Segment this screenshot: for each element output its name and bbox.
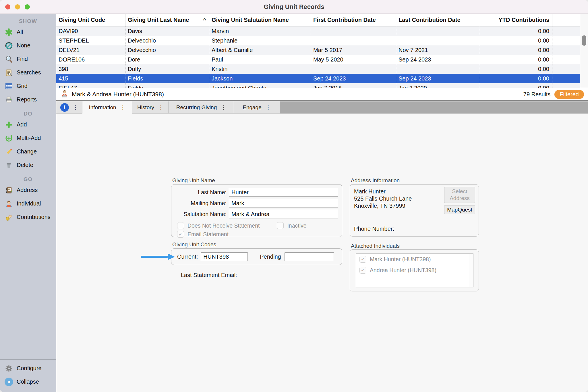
pointer-arrow-icon [141, 253, 175, 261]
cell-first-date [311, 64, 396, 74]
sidebar-item-individual[interactable]: Individual [0, 197, 56, 210]
sidebar-item-searches[interactable]: Searches [0, 66, 56, 79]
sidebar-item-change[interactable]: Change [0, 145, 56, 158]
none-icon [4, 41, 14, 51]
cell-ytd: 0.00 [480, 74, 552, 83]
sidebar-item-all[interactable]: All [0, 25, 56, 39]
tab-menu-icon[interactable]: ⋮ [221, 104, 226, 111]
cell-spacer [552, 64, 580, 74]
record-name: Mark & Andrea Hunter (HUNT398) [72, 91, 164, 98]
cell-salutation: Jonathan and Charity [209, 83, 311, 88]
group-address-information: Mark Hunter 525 Falls Church Lane Knoxvi… [350, 184, 479, 237]
sort-ascending-icon: ^ [203, 14, 206, 26]
select-address-button[interactable]: Select Address [444, 187, 475, 203]
column-header-first-contribution-date[interactable]: First Contribution Date [311, 14, 396, 26]
tab-menu-icon[interactable]: ⋮ [266, 104, 271, 111]
check-icon: ✓ [178, 231, 183, 237]
sidebar-item-find[interactable]: Find [0, 52, 56, 66]
tab-menu-icon[interactable]: ⋮ [120, 104, 126, 111]
group-label-giving-unit-name: Giving Unit Name [172, 177, 215, 184]
cell-ytd: 0.00 [480, 83, 552, 88]
tab-information[interactable]: Information ⋮ [82, 101, 132, 114]
does-not-receive-statement-label: Does Not Receive Statement [187, 222, 260, 229]
cell-first-date: May 5 2020 [311, 55, 396, 64]
attached-individual-checkbox[interactable]: ✓ [359, 256, 366, 263]
current-code-field[interactable] [201, 252, 248, 261]
sidebar-item-add[interactable]: Add [0, 118, 56, 131]
does-not-receive-statement-checkbox[interactable] [177, 222, 184, 229]
last-name-label: Last Name: [175, 189, 227, 196]
printer-icon [4, 95, 14, 105]
column-header-giving-unit-last-name[interactable]: ^Giving Unit Last Name [125, 14, 209, 26]
table-row[interactable]: DAVI90 Davis Marvin 0.00 [56, 26, 580, 36]
mailing-name-field[interactable] [229, 199, 338, 207]
table-row[interactable]: STEPHDEL Delvecchio Stephanie 0.00 [56, 36, 580, 45]
cell-code: 398 [56, 64, 125, 74]
table-row[interactable]: DORE106 Dore Paul May 5 2020 Sep 24 2023… [56, 55, 580, 64]
sidebar-item-grid[interactable]: Grid [0, 79, 56, 93]
tab-history[interactable]: History ⋮ [132, 101, 169, 114]
sidebar-item-label: Searches [17, 69, 41, 76]
column-header-ytd-contributions[interactable]: YTD Contributions [480, 14, 552, 26]
tab-recurring-giving[interactable]: Recurring Giving ⋮ [169, 101, 234, 114]
sidebar-item-contributions[interactable]: Contributions [0, 210, 56, 224]
tab-engage[interactable]: Engage ⋮ [234, 101, 280, 114]
table-scrollbar[interactable] [580, 14, 588, 88]
sidebar-item-address[interactable]: Address [0, 183, 56, 197]
table-row-selected[interactable]: 415 Fields Jackson Sep 24 2023 Sep 24 20… [56, 74, 580, 83]
tab-menu-icon[interactable]: ⋮ [158, 104, 164, 111]
sidebar-item-none[interactable]: None [0, 39, 56, 52]
tab-bar-filler [280, 101, 588, 114]
attached-individual-label: Mark Hunter (HUNT398) [370, 256, 431, 263]
attached-list-scrollbar[interactable] [468, 254, 473, 287]
cell-spacer [552, 36, 580, 45]
cell-salutation: Albert & Camille [209, 45, 311, 55]
filtered-badge[interactable]: Filtered [554, 90, 584, 99]
column-header-last-contribution-date[interactable]: Last Contribution Date [396, 14, 480, 26]
sidebar-item-delete[interactable]: Delete [0, 158, 56, 172]
salutation-name-field[interactable] [229, 210, 338, 218]
pending-code-field[interactable] [285, 252, 334, 261]
last-name-field[interactable] [229, 188, 338, 197]
email-statement-checkbox[interactable]: ✓ [177, 231, 184, 238]
sidebar-item-label: Individual [17, 200, 41, 207]
inactive-checkbox[interactable] [277, 222, 284, 229]
table-row[interactable]: 398 Duffy Kristin 0.00 [56, 64, 580, 74]
sidebar-item-multi-add[interactable]: Multi-Add [0, 131, 56, 145]
column-header-salutation-name[interactable]: Giving Unit Salutation Name [209, 14, 311, 26]
attached-individual-row[interactable]: ✓ Andrea Hunter (HUNT398) [356, 265, 473, 276]
sidebar-item-collapse[interactable]: « Collapse [0, 375, 56, 389]
current-code-label: Current: [177, 253, 198, 260]
table-row[interactable]: DELV21 Delvecchio Albert & Camille Mar 5… [56, 45, 580, 55]
cell-last-date [396, 64, 480, 74]
attached-individual-checkbox[interactable]: ✓ [359, 267, 366, 274]
group-label-address-information: Address Information [351, 177, 400, 184]
sidebar-item-label: Grid [17, 83, 28, 89]
column-header-giving-unit-code[interactable]: Giving Unit Code [56, 14, 125, 26]
info-icon[interactable]: i [60, 103, 69, 112]
check-icon: ✓ [361, 256, 365, 262]
table-row[interactable]: FIEL47 Fields Jonathan and Charity Jan 7… [56, 83, 580, 88]
attached-individuals-list: ✓ Mark Hunter (HUNT398) ✓ Andrea Hunter … [356, 253, 473, 287]
sidebar-item-label: Configure [17, 365, 42, 372]
attached-individual-row[interactable]: ✓ Mark Hunter (HUNT398) [356, 254, 473, 265]
tab-menu-icon[interactable]: ⋮ [73, 104, 78, 111]
cell-last-name: Delvecchio [125, 45, 209, 55]
cell-last-name: Delvecchio [125, 36, 209, 45]
cell-last-date [396, 36, 480, 45]
cell-spacer [552, 74, 580, 83]
sidebar-item-configure[interactable]: Configure [0, 362, 56, 375]
sidebar-item-reports[interactable]: Reports [0, 93, 56, 106]
cell-code: DAVI90 [56, 26, 125, 36]
mailing-name-label: Mailing Name: [175, 200, 227, 207]
address-book-icon [4, 185, 14, 195]
trash-icon [4, 160, 14, 170]
table-scrollbar-thumb[interactable] [582, 35, 586, 46]
address-city-line: Knoxville, TN 37999 [354, 202, 412, 210]
tab-record-info[interactable]: i ⋮ [56, 101, 82, 114]
group-giving-unit-codes: Current: Pending [171, 248, 342, 265]
cell-spacer [552, 55, 580, 64]
cell-code: DELV21 [56, 45, 125, 55]
mapquest-button[interactable]: MapQuest [444, 205, 475, 214]
magnifier-icon [4, 54, 14, 64]
